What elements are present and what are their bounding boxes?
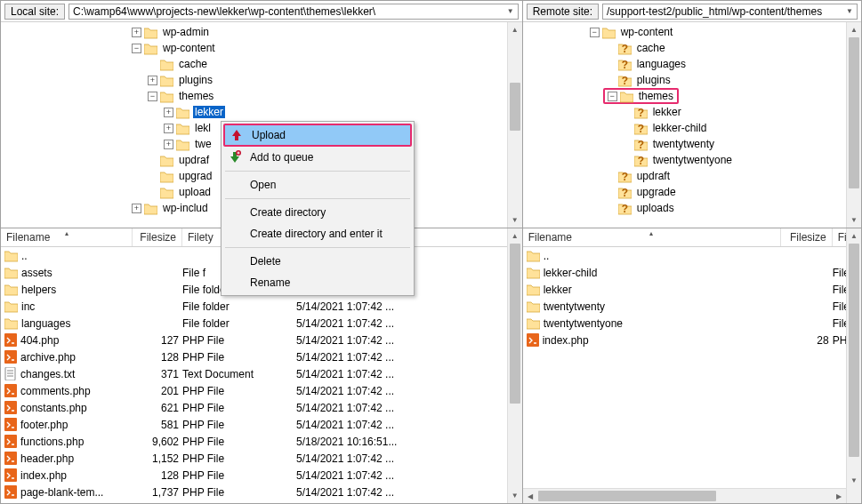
file-modified: 5/14/2021 1:07:42 ... (296, 419, 522, 431)
dropdown-icon[interactable]: ▼ (846, 7, 853, 15)
file-name: constants.php (20, 402, 87, 414)
folder-icon (4, 300, 18, 312)
tree-item[interactable]: lekker (523, 104, 861, 120)
list-item[interactable]: comments.php 201 PHP File 5/14/2021 1:07… (1, 382, 522, 399)
q-icon (634, 155, 648, 166)
scrollbar-vertical[interactable]: ▲ ▼ (507, 22, 522, 228)
upload-icon (229, 128, 245, 142)
list-item[interactable]: .. (523, 247, 861, 264)
file-name: assets (21, 267, 52, 279)
list-item[interactable]: twentytwenty File (523, 298, 861, 315)
file-size: 581 (136, 419, 182, 431)
list-item[interactable]: page-blank-tem... 1,737 PHP File 5/14/20… (1, 484, 522, 500)
tree-item[interactable]: +wp-admin (1, 24, 522, 40)
tree-item[interactable]: −themes (1, 88, 522, 104)
tree-item[interactable]: uploads (523, 200, 861, 216)
list-item[interactable]: header.php 1,152 PHP File 5/14/2021 1:07… (1, 450, 522, 467)
list-item[interactable]: languages File folder 5/14/2021 1:07:42 … (1, 315, 522, 332)
tree-item-label: wp-content (619, 26, 675, 38)
tree-item[interactable]: languages (523, 56, 861, 72)
file-size: 371 (136, 368, 182, 380)
list-item[interactable]: functions.php 9,602 PHP File 5/18/2021 1… (1, 433, 522, 450)
tree-expander[interactable]: + (148, 76, 157, 85)
tree-item[interactable]: cache (1, 56, 522, 72)
file-modified: 5/14/2021 1:07:42 ... (296, 452, 522, 465)
tree-item-label: uploads (635, 202, 676, 214)
tree-item-label: updraf (177, 154, 211, 166)
scrollbar-vertical[interactable]: ▲ ▼ (507, 228, 522, 503)
list-item[interactable]: index.php 28 PHF (523, 332, 861, 348)
tree-item[interactable]: lekker-child (523, 120, 861, 136)
dropdown-icon[interactable]: ▼ (507, 7, 514, 15)
file-name: helpers (21, 284, 56, 296)
tree-expander[interactable]: + (164, 124, 173, 133)
file-name: index.php (20, 469, 67, 482)
folder-icon (160, 59, 173, 70)
menu-item-open[interactable]: Open (223, 174, 412, 196)
remote-file-list[interactable]: ▴Filename Filesize File .. lekker-child … (523, 228, 861, 503)
tree-item[interactable]: +lekker (1, 104, 522, 120)
file-modified: 5/14/2021 1:07:42 ... (296, 469, 522, 482)
file-type: File folder (182, 300, 296, 313)
tree-item[interactable]: plugins (523, 72, 861, 88)
folder-icon (527, 284, 540, 295)
tree-expander[interactable]: − (590, 28, 600, 37)
list-item[interactable]: lekker-child File (523, 264, 861, 281)
folder-icon (160, 171, 173, 182)
list-item[interactable]: 404.php 127 PHP File 5/14/2021 1:07:42 .… (1, 332, 522, 348)
file-type: PHP File (182, 469, 296, 482)
list-item[interactable]: index.php 128 PHP File 5/14/2021 1:07:42… (1, 467, 522, 484)
menu-item-delete[interactable]: Delete (223, 251, 412, 272)
tree-item-label: wp-admin (161, 26, 211, 38)
col-filesize[interactable]: Filesize (133, 228, 182, 246)
tree-expander[interactable]: + (164, 140, 173, 149)
remote-tree[interactable]: −wp-contentcachelanguagesplugins−themesl… (523, 22, 861, 228)
menu-item-create-directory[interactable]: Create directory (223, 202, 412, 223)
tree-item[interactable]: twentytwenty (523, 136, 861, 152)
tree-expander[interactable]: − (148, 92, 157, 101)
list-item[interactable]: twentytwentyone File (523, 315, 861, 332)
list-item[interactable]: changes.txt 371 Text Document 5/14/2021 … (1, 365, 522, 382)
list-item[interactable]: lekker File (523, 281, 861, 298)
tree-item[interactable]: updraft (523, 168, 861, 184)
menu-item-add-to-queue[interactable]: Add to queue (223, 147, 412, 168)
tree-expander[interactable]: + (132, 204, 141, 213)
tree-item[interactable]: +plugins (1, 72, 522, 88)
tree-expander[interactable]: + (132, 28, 141, 37)
tree-item-label: themes (177, 90, 215, 102)
tree-expander[interactable]: − (608, 92, 617, 101)
scrollbar-vertical[interactable]: ▲ ▼ (846, 22, 861, 228)
list-item[interactable]: archive.php 128 PHP File 5/14/2021 1:07:… (1, 348, 522, 365)
remote-path-input[interactable]: /support-test2/public_html/wp-content/th… (602, 4, 858, 20)
tree-expander[interactable]: + (164, 108, 173, 117)
scrollbar-vertical[interactable]: ▲ ▼ (846, 228, 861, 503)
tree-item[interactable]: −wp-content (1, 40, 522, 56)
tree-item-label: lekker (193, 106, 225, 118)
file-name: footer.php (20, 419, 68, 431)
tree-expander[interactable]: − (132, 44, 141, 53)
file-name: functions.php (20, 436, 84, 448)
q-icon (618, 59, 632, 70)
menu-item-label: Create directory and enter it (250, 228, 383, 240)
list-item[interactable]: inc File folder 5/14/2021 1:07:42 ... (1, 298, 522, 315)
tree-item[interactable]: −themes (523, 88, 861, 104)
menu-item-upload[interactable]: Upload (223, 124, 412, 147)
tree-item[interactable]: twentytwentyone (523, 152, 861, 168)
php-icon (4, 350, 17, 364)
list-item[interactable]: footer.php 581 PHP File 5/14/2021 1:07:4… (1, 416, 522, 433)
col-filesize[interactable]: Filesize (781, 228, 833, 246)
menu-item-label: Upload (252, 129, 286, 141)
menu-item-create-directory-and-enter-it[interactable]: Create directory and enter it (223, 223, 412, 244)
local-path-input[interactable]: C:\wamp64\www\projects-new\lekker\wp-con… (68, 4, 519, 20)
folder-icon (160, 75, 173, 86)
menu-separator (225, 171, 410, 172)
menu-item-rename[interactable]: Rename (223, 272, 412, 293)
tree-item-label: cache (177, 58, 209, 70)
col-filename[interactable]: ▴Filename (1, 228, 133, 246)
tree-item[interactable]: upgrade (523, 184, 861, 200)
scrollbar-horizontal[interactable]: ◀ ▶ (523, 488, 846, 503)
tree-item[interactable]: cache (523, 40, 861, 56)
list-item[interactable]: constants.php 621 PHP File 5/14/2021 1:0… (1, 399, 522, 416)
col-filename[interactable]: ▴Filename (523, 228, 781, 246)
tree-item[interactable]: −wp-content (523, 24, 861, 40)
